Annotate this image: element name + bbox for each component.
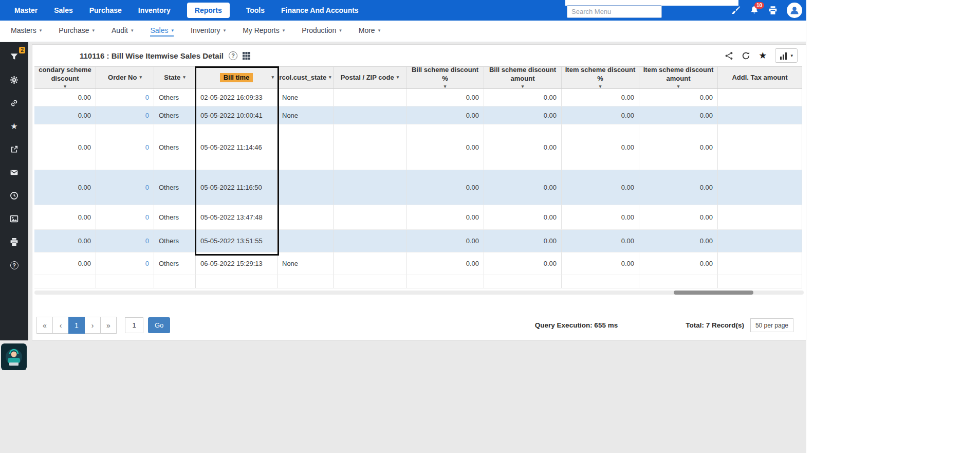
notifications-bell-icon[interactable]: 10 (750, 6, 759, 15)
filter-count-badge: 2 (19, 47, 25, 53)
go-button[interactable]: Go (148, 317, 170, 333)
pagination-last-button[interactable]: » (100, 317, 117, 334)
scrollbar-thumb[interactable] (674, 291, 753, 295)
caret-down-icon: ▾ (677, 84, 680, 90)
refresh-icon[interactable] (742, 51, 750, 60)
history-clock-icon[interactable] (0, 184, 28, 207)
report-actions: ★ ▾ (725, 48, 798, 63)
topnav-item-sales[interactable]: Sales (54, 6, 73, 14)
share-nodes-icon[interactable] (725, 51, 733, 60)
column-header-item_scheme_pct[interactable]: Item scheme discount %▾ (562, 67, 639, 88)
favorite-star-icon[interactable]: ★ (759, 51, 767, 60)
user-avatar[interactable] (787, 3, 802, 18)
filter-icon[interactable]: 2 (0, 45, 28, 68)
left-sidebar: 2 ★ (0, 42, 28, 340)
subnav-item-production[interactable]: Production▾ (302, 26, 341, 37)
column-header-secondary_scheme_discount[interactable]: condary scheme discount▾ (34, 67, 96, 88)
cell-addl_tax (718, 205, 802, 229)
topnav-item-master[interactable]: Master (14, 6, 38, 14)
cell-bill_scheme_pct: 0.00 (406, 106, 484, 124)
printer-icon[interactable] (0, 230, 28, 253)
column-header-bill_scheme_amt[interactable]: Bill scheme discount amount▾ (484, 67, 562, 88)
column-header-state[interactable]: State▾ (154, 67, 196, 88)
cell-order_no[interactable]: 0 (96, 170, 154, 205)
grid-icon[interactable] (243, 52, 250, 60)
column-header-bill_time[interactable]: Bill time▾ (196, 67, 278, 88)
search-menu-input[interactable] (567, 5, 662, 18)
help-icon[interactable]: ? (0, 253, 28, 277)
cell-cust_state (278, 205, 334, 229)
export-icon[interactable] (0, 138, 28, 161)
empty-cell (406, 275, 484, 288)
column-header-label: Order No (108, 74, 137, 82)
cell-item_scheme_amt: 0.00 (639, 205, 718, 229)
subnav-item-inventory[interactable]: Inventory▾ (191, 26, 226, 37)
cell-bill_scheme_amt: 0.00 (484, 170, 562, 205)
cell-bill_scheme_pct: 0.00 (406, 124, 484, 170)
subnav-item-masters[interactable]: Masters▾ (11, 26, 42, 37)
printer-icon[interactable] (768, 6, 778, 15)
cell-state: Others (154, 170, 196, 205)
cell-addl_tax (718, 252, 802, 275)
per-page-select[interactable]: 50 per page (750, 318, 793, 332)
empty-row (34, 275, 802, 288)
column-header-bill_scheme_pct[interactable]: Bill scheme discount %▾ (406, 67, 484, 88)
cell-order_no[interactable]: 0 (96, 252, 154, 275)
pagination-first-button[interactable]: « (36, 317, 53, 334)
cell-cust_state (278, 170, 334, 205)
topnav-item-reports[interactable]: Reports (187, 3, 230, 18)
subnav-item-audit[interactable]: Audit▾ (112, 26, 133, 37)
caret-down-icon: ▾ (522, 84, 524, 90)
chart-dropdown-button[interactable]: ▾ (775, 48, 798, 63)
pagination-page-1-button[interactable]: 1 (68, 317, 85, 334)
cell-order_no[interactable]: 0 (96, 230, 154, 252)
topnav-item-finance-and-accounts[interactable]: Finance And Accounts (281, 6, 359, 14)
cell-order_no[interactable]: 0 (96, 89, 154, 106)
topnav-item-tools[interactable]: Tools (246, 6, 265, 14)
secondary-navbar: Masters▾Purchase▾Audit▾Sales▾Inventory▾M… (0, 21, 806, 42)
column-header-addl_tax[interactable]: Addl. Tax amount (718, 67, 802, 88)
support-widget-image[interactable] (1, 343, 27, 370)
cell-bill_scheme_pct: 0.00 (406, 205, 484, 229)
caret-down-icon: ▾ (599, 84, 602, 90)
column-header-cust_state[interactable]: rcol.cust_state▾ (278, 67, 334, 88)
subnav-item-more[interactable]: More▾ (359, 26, 380, 37)
cell-addl_tax (718, 124, 802, 170)
column-header-label: Addl. Tax amount (732, 74, 787, 82)
paintbrush-icon[interactable] (731, 6, 741, 15)
cell-postal_zip (334, 170, 406, 205)
cell-order_no[interactable]: 0 (96, 205, 154, 229)
subnav-item-purchase[interactable]: Purchase▾ (59, 26, 95, 37)
column-header-postal_zip[interactable]: Postal / ZIP code▾ (334, 67, 406, 88)
cell-postal_zip (334, 124, 406, 170)
caret-down-icon: ▾ (339, 28, 342, 33)
mail-icon[interactable] (0, 161, 28, 184)
topnav-item-purchase[interactable]: Purchase (89, 6, 122, 14)
settings-gear-icon[interactable] (0, 68, 28, 92)
topnav-item-inventory[interactable]: Inventory (138, 6, 171, 14)
cell-bill_time: 06-05-2022 15:29:13 (196, 252, 278, 275)
cell-order_no[interactable]: 0 (96, 124, 154, 170)
cell-bill_scheme_pct: 0.00 (406, 170, 484, 205)
subnav-item-my-reports[interactable]: My Reports▾ (243, 26, 285, 37)
caret-down-icon: ▾ (139, 75, 142, 81)
cell-item_scheme_amt: 0.00 (639, 230, 718, 252)
total-records: Total: 7 Record(s) (686, 321, 744, 329)
subnav-item-label: My Reports (243, 26, 280, 34)
link-icon[interactable] (0, 92, 28, 115)
help-icon[interactable]: ? (229, 51, 237, 60)
pagination-next-button[interactable]: › (84, 317, 101, 334)
cell-order_no[interactable]: 0 (96, 106, 154, 124)
image-icon[interactable] (0, 207, 28, 230)
column-header-item_scheme_amt[interactable]: Item scheme discount amount▾ (639, 67, 718, 88)
cell-secondary_scheme_discount: 0.00 (34, 124, 96, 170)
column-header-order_no[interactable]: Order No▾ (96, 67, 154, 88)
subnav-item-sales[interactable]: Sales▾ (150, 26, 174, 37)
cell-cust_state: None (278, 89, 334, 106)
cell-state: Others (154, 230, 196, 252)
report-title: 110116 : Bill Wise Itemwise Sales Detail (80, 51, 224, 60)
star-icon[interactable]: ★ (0, 115, 28, 138)
page-number-input[interactable] (125, 317, 143, 333)
notification-count-badge: 10 (754, 2, 764, 9)
pagination-prev-button[interactable]: ‹ (52, 317, 69, 334)
